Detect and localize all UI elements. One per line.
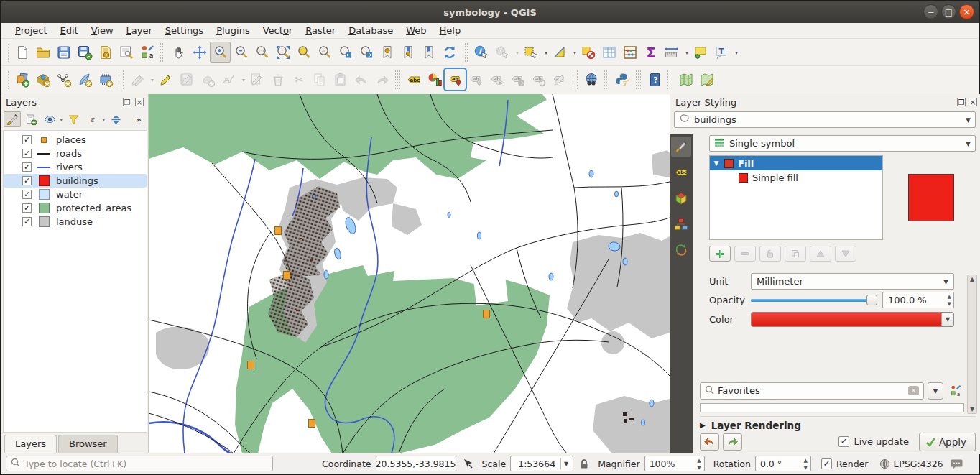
- duplicate-symbol-layer-button[interactable]: [785, 246, 806, 262]
- redo-button[interactable]: [371, 69, 392, 90]
- unit-select[interactable]: Millimeter ▼: [751, 273, 954, 290]
- style-filter-input[interactable]: [718, 385, 905, 396]
- rotation-spinbox[interactable]: 0.0 °▲▼: [755, 456, 811, 471]
- osm-search-button[interactable]: [696, 69, 717, 90]
- magnifier-spinbox[interactable]: 100%▲▼: [644, 456, 705, 471]
- styling-tab-3d-view[interactable]: [671, 188, 691, 208]
- metasearch-button[interactable]: [581, 69, 601, 90]
- layer-item-roads[interactable]: ✓roads: [4, 147, 147, 160]
- save-project-as-button[interactable]: [74, 42, 95, 63]
- highlight-pinned-labels-button[interactable]: ab: [466, 69, 486, 90]
- layer-item-buildings[interactable]: ✓buildings: [4, 174, 147, 188]
- lock-scale-icon[interactable]: [579, 458, 589, 469]
- layer-labeling-options-button[interactable]: abc: [403, 69, 424, 90]
- slider-handle[interactable]: [866, 295, 877, 305]
- new-geopackage-layer-button[interactable]: [32, 69, 53, 90]
- layer-rendering-section[interactable]: ▶ Layer Rendering: [700, 416, 976, 430]
- digitize-with-segment-button[interactable]: [197, 69, 218, 90]
- title-bar[interactable]: symbology - QGIS − □ ×: [1, 1, 979, 23]
- layer-item-protected_areas[interactable]: ✓protected_areas: [4, 201, 147, 215]
- close-button[interactable]: ×: [959, 4, 974, 19]
- deselect-all-button[interactable]: [578, 42, 598, 63]
- minimize-button[interactable]: −: [923, 4, 938, 19]
- layer-item-landuse[interactable]: ✓landuse: [4, 215, 147, 229]
- checkbox-checked-icon[interactable]: ✓: [838, 436, 849, 447]
- dropdown-arrow-icon[interactable]: ▾: [573, 50, 576, 56]
- map-tips-button[interactable]: [690, 42, 711, 63]
- float-panel-icon[interactable]: ❐: [123, 98, 131, 106]
- move-down-button[interactable]: [835, 246, 856, 262]
- new-shapefile-layer-button[interactable]: [53, 69, 74, 90]
- panel-scrollbar[interactable]: ▲ ▼: [967, 275, 977, 414]
- layer-visibility-checkbox[interactable]: ✓: [22, 135, 32, 144]
- close-panel-icon[interactable]: ×: [969, 98, 977, 106]
- zoom-next-button[interactable]: [356, 42, 376, 63]
- scale-combobox[interactable]: 1:53664▼: [510, 456, 573, 471]
- pan-to-selection-button[interactable]: [189, 42, 210, 63]
- menu-view[interactable]: View: [85, 24, 120, 37]
- undo-button[interactable]: [351, 69, 371, 90]
- render-checkbox[interactable]: ✓ Render: [821, 458, 869, 469]
- scroll-up-icon[interactable]: ▲: [968, 276, 976, 282]
- rotate-label-button[interactable]: ab: [528, 69, 549, 90]
- toolbar-handle[interactable]: [5, 43, 9, 62]
- spin-arrows-icon[interactable]: ▲▼: [948, 293, 951, 308]
- menu-layer[interactable]: Layer: [120, 24, 159, 37]
- open-field-calculator-button[interactable]: [619, 42, 640, 63]
- crs-value[interactable]: EPSG:4326: [893, 458, 943, 469]
- copy-features-button[interactable]: [309, 69, 330, 90]
- change-label-button[interactable]: ab: [549, 69, 570, 90]
- style-filter-dropdown[interactable]: ▼: [928, 382, 943, 400]
- spin-arrows-icon[interactable]: ▲▼: [804, 456, 808, 471]
- zoom-to-selection-button[interactable]: [293, 42, 314, 63]
- coordinate-value-box[interactable]: 20.5355,-33.9815: [376, 456, 456, 471]
- dropdown-arrow-icon[interactable]: ▾: [242, 77, 245, 83]
- maximize-button[interactable]: □: [941, 4, 956, 19]
- show-spatial-bookmarks-button[interactable]: [397, 42, 418, 63]
- menu-plugins[interactable]: Plugins: [210, 24, 256, 37]
- data-source-manager-button[interactable]: [11, 69, 32, 90]
- layer-visibility-checkbox[interactable]: ✓: [22, 176, 32, 185]
- expand-triangle-icon[interactable]: ▼: [713, 160, 720, 167]
- styling-tab-labels[interactable]: abc: [671, 162, 691, 183]
- styling-layer-select[interactable]: buildings ▼: [674, 111, 976, 128]
- styling-tab-symbology[interactable]: [671, 137, 691, 157]
- menu-settings[interactable]: Settings: [159, 24, 210, 37]
- modify-attributes-button[interactable]: [246, 69, 267, 90]
- layer-item-water[interactable]: ✓water: [4, 188, 147, 201]
- show-layout-manager-button[interactable]: [116, 42, 137, 63]
- zoom-full-button[interactable]: [272, 42, 293, 63]
- open-project-button[interactable]: [32, 42, 53, 63]
- layer-visibility-checkbox[interactable]: ✓: [22, 162, 32, 172]
- dropdown-arrow-icon[interactable]: ▾: [735, 50, 738, 56]
- add-group-button[interactable]: [22, 111, 40, 127]
- filter-by-expression-button[interactable]: ε▾: [83, 111, 101, 127]
- menu-database[interactable]: Database: [342, 24, 399, 37]
- show-hide-labels-button[interactable]: ab: [486, 69, 507, 90]
- redo-style-button[interactable]: [723, 433, 742, 451]
- move-label-button[interactable]: ab: [507, 69, 528, 90]
- map-canvas[interactable]: [149, 94, 670, 454]
- styling-tab-diagrams[interactable]: [671, 214, 691, 234]
- layer-visibility-checkbox[interactable]: ✓: [22, 217, 32, 226]
- crs-globe-icon[interactable]: [879, 458, 890, 469]
- measure-line-button[interactable]: ▾: [661, 42, 682, 63]
- toggle-editing-button[interactable]: [155, 69, 176, 90]
- zoom-out-button[interactable]: [231, 42, 251, 63]
- pan-map-button[interactable]: [168, 42, 189, 63]
- expand-collapse-all-button[interactable]: [107, 111, 124, 127]
- open-layer-styling-button[interactable]: [4, 111, 21, 127]
- collapsed-triangle-icon[interactable]: ▶: [700, 421, 706, 429]
- select-by-expression-button[interactable]: ▾: [549, 42, 570, 63]
- menu-raster[interactable]: Raster: [299, 24, 342, 37]
- show-bookmark-manager-button[interactable]: [418, 42, 439, 63]
- menu-project[interactable]: Project: [9, 24, 54, 37]
- locator-box[interactable]: [6, 456, 273, 471]
- dropdown-arrow-icon[interactable]: ▾: [60, 117, 63, 123]
- statistical-summary-button[interactable]: Σ: [640, 42, 661, 63]
- scroll-down-icon[interactable]: ▼: [968, 406, 976, 412]
- select-features-button[interactable]: ▾: [520, 42, 541, 63]
- menu-edit[interactable]: Edit: [54, 24, 85, 37]
- clear-filter-icon[interactable]: ×: [908, 386, 919, 395]
- symbol-node-simple-fill[interactable]: Simple fill: [710, 170, 882, 185]
